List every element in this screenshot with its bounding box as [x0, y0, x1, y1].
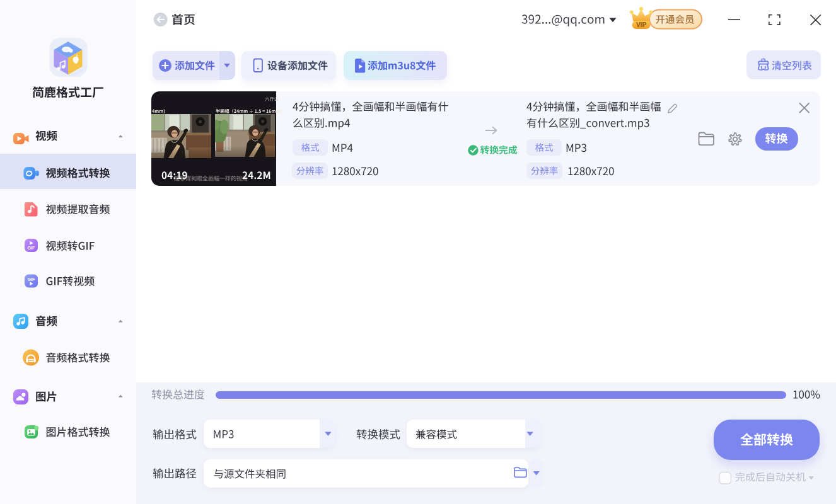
svg-text:VIP: VIP	[636, 21, 646, 28]
svg-text:GIF: GIF	[28, 245, 36, 251]
svg-text:GIF: GIF	[28, 277, 36, 282]
